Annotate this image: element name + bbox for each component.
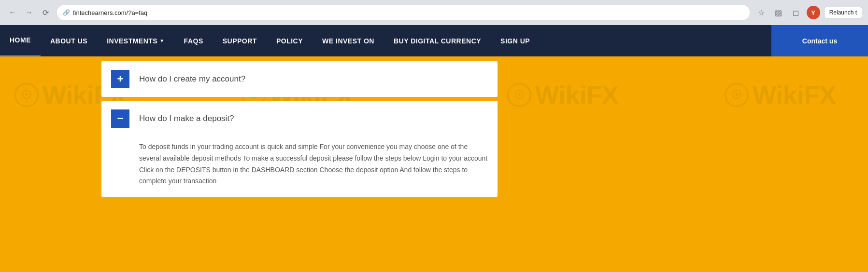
- nav-item-sign-up[interactable]: SIGN UP: [491, 25, 540, 56]
- faq-item-make-deposit: − How do I make a deposit? To deposit fu…: [101, 101, 498, 197]
- browser-menu-button[interactable]: ◻: [789, 6, 803, 19]
- nav-item-investments[interactable]: INVESTMENTS ▼: [97, 25, 174, 56]
- reload-button[interactable]: ⟳: [39, 6, 52, 19]
- nav-item-we-invest-on[interactable]: WE INVEST ON: [313, 25, 384, 56]
- nav-item-buy-digital-currency[interactable]: BUY DIGITAL CURRENCY: [384, 25, 491, 56]
- faq-toggle-symbol-make-deposit: −: [117, 112, 124, 125]
- back-button[interactable]: ←: [6, 6, 19, 19]
- extensions-button[interactable]: ▨: [772, 6, 785, 19]
- address-security-icon: 🔗: [63, 9, 70, 16]
- right-panel: [498, 56, 868, 272]
- forward-button[interactable]: →: [22, 6, 36, 19]
- browser-nav-buttons: ← → ⟳: [6, 6, 52, 19]
- nav-item-support[interactable]: SUPPORT: [213, 25, 267, 56]
- faq-header-make-deposit[interactable]: − How do I make a deposit?: [101, 101, 498, 136]
- faq-question-make-deposit: How do I make a deposit?: [139, 114, 234, 123]
- website: HOME ABOUT US INVESTMENTS ▼ FAQS SUPPORT…: [0, 25, 868, 272]
- faq-item-create-account: + How do I create my account?: [101, 61, 498, 97]
- contact-us-button[interactable]: Contact us: [771, 25, 868, 56]
- faq-section: + How do I create my account? − How do I…: [101, 56, 498, 272]
- faq-toggle-create-account[interactable]: +: [111, 70, 129, 88]
- navbar: HOME ABOUT US INVESTMENTS ▼ FAQS SUPPORT…: [0, 25, 868, 56]
- faq-toggle-symbol-create-account: +: [117, 73, 124, 85]
- faq-answer-make-deposit: To deposit funds in your trading account…: [101, 136, 498, 197]
- browser-actions: ☆ ▨ ◻ Y Relaunch t: [754, 6, 862, 19]
- faq-header-create-account[interactable]: + How do I create my account?: [101, 61, 498, 97]
- nav-items: HOME ABOUT US INVESTMENTS ▼ FAQS SUPPORT…: [0, 25, 771, 56]
- nav-item-faqs[interactable]: FAQS: [174, 25, 213, 56]
- relaunch-button[interactable]: Relaunch t: [824, 7, 862, 18]
- url-text: fintechearners.com/?a=faq: [73, 9, 147, 16]
- investments-dropdown-arrow: ▼: [159, 38, 164, 43]
- address-bar[interactable]: 🔗 fintechearners.com/?a=faq: [57, 5, 750, 20]
- nav-item-policy[interactable]: POLICY: [267, 25, 313, 56]
- faq-question-create-account: How do I create my account?: [139, 74, 245, 84]
- wikifx-icon-1: ☉: [14, 83, 39, 107]
- browser-chrome: ← → ⟳ 🔗 fintechearners.com/?a=faq ☆ ▨ ◻ …: [0, 0, 868, 25]
- bookmark-button[interactable]: ☆: [754, 6, 768, 19]
- profile-button[interactable]: Y: [807, 6, 820, 19]
- nav-item-about-us[interactable]: ABOUT US: [41, 25, 97, 56]
- main-content: ☉ WikiFX ☉ WikiFX ☉ WikiFX ☉ WikiFX: [0, 56, 868, 272]
- faq-toggle-make-deposit[interactable]: −: [111, 109, 129, 128]
- nav-item-home[interactable]: HOME: [0, 25, 41, 56]
